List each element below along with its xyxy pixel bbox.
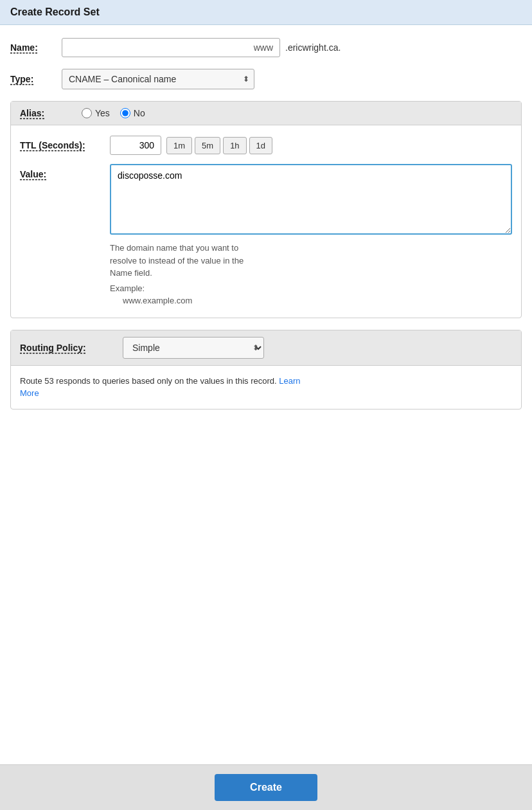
form-header: Create Record Set	[0, 0, 532, 25]
alias-section-body: TTL (Seconds): 1m 5m 1h 1d Value: discop…	[11, 125, 521, 318]
value-row: Value: discoposse.com The domain name th…	[20, 164, 512, 307]
domain-suffix: .ericwright.ca.	[285, 42, 341, 53]
ttl-1h-button[interactable]: 1h	[223, 137, 246, 154]
ttl-5m-button[interactable]: 5m	[195, 137, 220, 154]
name-label: Name:	[10, 42, 62, 53]
ttl-buttons: 1m 5m 1h 1d	[166, 137, 272, 154]
value-hint-line1: The domain name that you want to	[110, 242, 512, 255]
name-input[interactable]	[62, 38, 280, 57]
value-hint-example-label: Example:	[110, 284, 145, 293]
routing-select[interactable]: Simple Weighted Latency Failover Geoloca…	[123, 337, 264, 359]
name-row: Name: .ericwright.ca.	[10, 38, 522, 57]
routing-body: Route 53 responds to queries based only …	[11, 366, 521, 409]
form-footer: Create	[0, 764, 532, 810]
value-hint: The domain name that you want to resolve…	[110, 242, 512, 307]
alias-radio-group: Yes No	[82, 108, 145, 118]
create-button[interactable]: Create	[215, 774, 317, 801]
alias-no-radio[interactable]	[120, 108, 130, 118]
routing-description-text: Route 53 responds to queries based only …	[20, 376, 277, 386]
page-title: Create Record Set	[10, 6, 100, 17]
alias-label: Alias:	[20, 108, 71, 118]
ttl-label: TTL (Seconds):	[20, 140, 110, 150]
type-select[interactable]: CNAME – Canonical name A – IPv4 address …	[62, 69, 254, 89]
learn-more-link[interactable]: Learn	[279, 376, 300, 386]
value-hint-line3: Name field.	[110, 267, 512, 280]
routing-header: Routing Policy: Simple Weighted Latency …	[11, 330, 521, 366]
routing-section: Routing Policy: Simple Weighted Latency …	[10, 330, 522, 410]
ttl-1m-button[interactable]: 1m	[166, 137, 192, 154]
routing-label: Routing Policy:	[20, 343, 123, 353]
form-body: Name: .ericwright.ca. Type: CNAME – Cano…	[0, 25, 532, 764]
alias-no-option[interactable]: No	[120, 108, 145, 118]
value-content: discoposse.com The domain name that you …	[110, 164, 512, 307]
value-label: Value:	[20, 164, 110, 179]
alias-yes-option[interactable]: Yes	[82, 108, 110, 118]
alias-yes-radio[interactable]	[82, 108, 92, 118]
value-textarea[interactable]: discoposse.com	[110, 164, 512, 235]
type-select-wrapper: CNAME – Canonical name A – IPv4 address …	[62, 69, 254, 89]
routing-select-wrapper: Simple Weighted Latency Failover Geoloca…	[123, 337, 264, 359]
ttl-input[interactable]	[110, 136, 161, 155]
type-row: Type: CNAME – Canonical name A – IPv4 ad…	[10, 69, 522, 89]
alias-no-label: No	[134, 108, 145, 118]
alias-header: Alias: Yes No	[11, 102, 521, 125]
ttl-1d-button[interactable]: 1d	[249, 137, 272, 154]
type-label: Type:	[10, 74, 62, 84]
alias-yes-label: Yes	[95, 108, 110, 118]
alias-section: Alias: Yes No TTL (Seconds):	[10, 101, 522, 318]
value-hint-example: Example:	[110, 282, 512, 295]
routing-description: Route 53 responds to queries based only …	[20, 375, 512, 400]
value-hint-example-value: www.example.com	[123, 294, 512, 307]
ttl-row: TTL (Seconds): 1m 5m 1h 1d	[20, 136, 512, 155]
more-link[interactable]: More	[20, 387, 512, 400]
value-hint-line2: resolve to instead of the value in the	[110, 255, 512, 267]
